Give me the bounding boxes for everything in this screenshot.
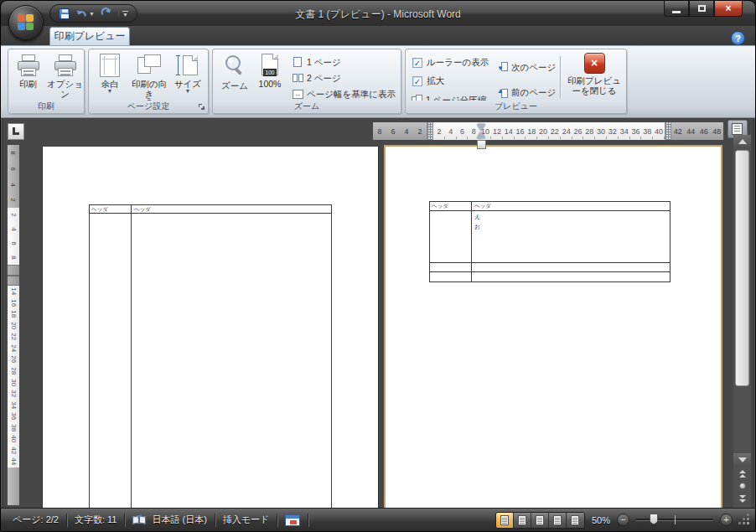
ruler-tick: 8 <box>373 124 386 139</box>
web-layout-view-button[interactable] <box>531 513 549 528</box>
size-button[interactable]: サイズ ▼ <box>171 54 205 94</box>
zoom-slider[interactable] <box>636 519 713 521</box>
ruler-right-margin: 42444648 <box>671 122 723 140</box>
insert-mode-indicator[interactable]: 挿入モード <box>223 514 270 526</box>
select-browse-object-button[interactable] <box>733 480 751 492</box>
minimize-button[interactable] <box>664 1 689 17</box>
zoom-center-tick <box>675 515 676 524</box>
ruler-tick: 12 <box>491 124 503 139</box>
page-width-button[interactable]: ↔ ページ幅を基準に表示 <box>290 87 398 101</box>
group-print: 印刷 オプション 印刷 <box>8 49 85 114</box>
tab-stop-icon <box>13 127 19 135</box>
scrollbar-thumb[interactable] <box>735 150 749 386</box>
page-indicator[interactable]: ページ: 2/2 <box>13 514 59 526</box>
vertical-ruler[interactable]: 8642 2468 141618202224262830323436384042… <box>8 145 19 505</box>
tab-selector-button[interactable] <box>8 123 24 140</box>
resize-grip[interactable] <box>739 514 750 525</box>
preview-page-1[interactable]: ヘッダ ヘッダ <box>43 147 378 508</box>
options-button[interactable]: オプション <box>46 54 84 99</box>
close-print-preview-button[interactable]: × 印刷プレビューを閉じる <box>565 53 624 96</box>
magnifier-icon <box>222 54 247 79</box>
previous-page-icon: ▲ <box>497 87 508 98</box>
close-button[interactable]: × <box>714 1 743 17</box>
hanging-indent-icon[interactable] <box>477 132 485 138</box>
header-cell: ヘッダ <box>472 202 670 210</box>
undo-dropdown-icon[interactable]: ▼ <box>89 11 95 17</box>
save-icon[interactable] <box>59 8 70 19</box>
redo-button[interactable] <box>101 6 112 21</box>
customize-qat-button[interactable]: ▼ <box>118 11 128 17</box>
next-page-browse-button[interactable] <box>733 493 751 504</box>
zoom-level[interactable]: 50% <box>592 515 610 525</box>
status-right-cluster: 50% − + <box>495 512 750 529</box>
ruler-tick: 4 <box>400 124 413 139</box>
table-cell <box>472 263 670 271</box>
horizontal-ruler[interactable]: 8642 24681012141618202224262830323436384… <box>373 122 723 140</box>
zoom-in-button[interactable]: + <box>720 514 733 526</box>
margins-button[interactable]: 余白 ▼ <box>92 54 127 94</box>
preview-page-2[interactable]: ヘッダ ヘッダ えお <box>384 145 722 508</box>
ruler-tick: 8 <box>6 147 22 158</box>
ruler-tick: 42 <box>671 124 685 139</box>
vertical-scrollbar[interactable] <box>733 135 751 508</box>
next-page-button[interactable]: ▼ 次のページ <box>495 60 558 75</box>
show-ruler-checkbox[interactable]: ✓ ルーラーの表示 <box>412 57 489 69</box>
size-icon <box>176 54 199 77</box>
scroll-up-button[interactable] <box>733 135 751 148</box>
ruler-tick: 18 <box>526 124 537 139</box>
close-icon: × <box>725 3 731 14</box>
ruler-tick: 6 <box>6 163 22 174</box>
office-button[interactable] <box>8 5 44 40</box>
ruler-tick: 24 <box>561 124 572 139</box>
spell-check-icon[interactable]: ✓ <box>132 514 146 525</box>
print-layout-view-button[interactable] <box>496 513 514 528</box>
left-indent-box[interactable] <box>477 140 486 149</box>
arrow-down-icon <box>738 457 747 462</box>
outline-view-icon <box>553 515 562 525</box>
first-line-indent-icon[interactable] <box>477 124 485 131</box>
window-title: 文書 1 (プレビュー) - Microsoft Word <box>152 8 604 22</box>
window-controls: × <box>664 1 743 17</box>
print-button[interactable]: 印刷 <box>10 54 46 89</box>
status-bar: ページ: 2/2 文字数: 11 ✓ 日本語 (日本) 挿入モード 50% − <box>1 508 755 531</box>
one-page-button[interactable]: 1 ページ <box>290 55 344 70</box>
undo-button[interactable]: ▼ <box>75 8 95 19</box>
indent-marker[interactable] <box>477 124 485 138</box>
group-preview: ✓ ルーラーの表示 ✓ 拡大 1 ページ分圧縮 ▼ 次のページ <box>405 49 627 114</box>
page-setup-dialog-launcher[interactable] <box>197 102 206 111</box>
zoom-button[interactable]: ズーム <box>218 54 251 90</box>
two-pages-icon <box>293 73 303 84</box>
scroll-down-button[interactable] <box>733 453 751 467</box>
double-down-arrow-icon <box>739 495 746 503</box>
magnifier-checkbox[interactable]: ✓ 拡大 <box>412 75 444 87</box>
zoom-slider-thumb[interactable] <box>650 514 658 524</box>
table-cell <box>430 263 472 271</box>
tab-print-preview[interactable]: 印刷プレビュー <box>49 27 130 45</box>
ime-status-icon[interactable] <box>285 514 300 526</box>
table-row-marker[interactable] <box>8 265 19 286</box>
ruler-tick: 16 <box>515 124 526 139</box>
help-button[interactable]: ? <box>731 31 745 45</box>
previous-page-button[interactable]: ▲ 前のページ <box>495 85 558 100</box>
previous-page-browse-button[interactable] <box>733 467 751 479</box>
table-column-marker[interactable] <box>665 122 671 140</box>
table-column-marker[interactable] <box>427 122 433 140</box>
ruler-tick: 4 <box>7 224 21 235</box>
one-page-icon <box>293 57 303 68</box>
language-indicator[interactable]: 日本語 (日本) <box>152 514 206 526</box>
draft-view-button[interactable] <box>567 513 584 528</box>
ruler-tick: 22 <box>8 331 19 343</box>
restore-button[interactable] <box>689 1 714 17</box>
outline-view-button[interactable] <box>549 513 567 528</box>
word-count[interactable]: 文字数: 11 <box>75 514 117 526</box>
ruler-tick: 8 <box>7 252 21 264</box>
zoom-out-button[interactable]: − <box>617 514 629 526</box>
zoom-100-button[interactable]: 100 100% <box>253 54 287 89</box>
two-pages-button[interactable]: 2 ページ <box>290 71 344 85</box>
restore-icon <box>698 5 706 12</box>
ruler-v-upper: 2468 <box>8 208 19 265</box>
group-divider <box>560 56 561 98</box>
orientation-button[interactable]: 印刷の向き ▼ <box>128 54 170 104</box>
ruler-tick: 32 <box>607 124 619 139</box>
full-screen-reading-view-button[interactable] <box>514 513 531 528</box>
